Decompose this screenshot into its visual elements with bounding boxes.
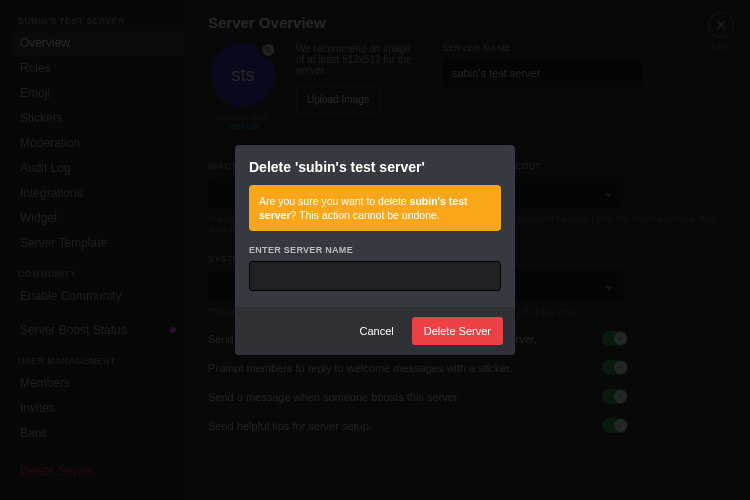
delete-server-button[interactable]: Delete Server [412, 317, 503, 345]
modal-warning: Are you sure you want to delete subin's … [249, 185, 501, 231]
delete-server-modal: Delete 'subin's test server' Are you sur… [235, 145, 515, 355]
modal-title: Delete 'subin's test server' [249, 159, 501, 175]
modal-input-label: ENTER SERVER NAME [249, 245, 501, 255]
cancel-button[interactable]: Cancel [347, 317, 405, 345]
modal-scrim[interactable]: Delete 'subin's test server' Are you sur… [0, 0, 750, 500]
confirm-server-name-input[interactable] [249, 261, 501, 291]
